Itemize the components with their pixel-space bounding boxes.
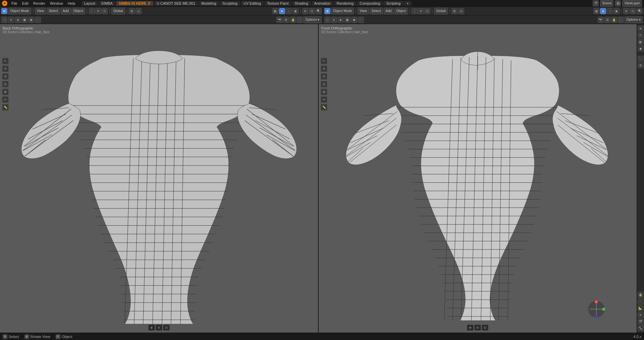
scale-tool-icon-right[interactable]: ⊡	[321, 81, 327, 88]
viewport-shading-material-right[interactable]: ○	[607, 8, 613, 14]
fit-btn-left[interactable]: ⊡	[163, 325, 170, 331]
nav-gizmo[interactable]: Z X	[586, 299, 606, 319]
proportional-icon-left[interactable]: ◎	[136, 8, 142, 14]
add-menu-right[interactable]: Add	[384, 8, 394, 14]
tab-compositing[interactable]: Compositing	[357, 1, 383, 6]
viewport-shading-wire-right[interactable]: ▦	[593, 8, 599, 14]
select-tool-icon-right[interactable]: ↖	[321, 58, 327, 64]
right-panel-icon-8[interactable]: ⋯	[638, 298, 644, 304]
zoom-btn-left[interactable]: ⊕	[148, 325, 155, 331]
wireframe-icon-left[interactable]: ▣	[21, 17, 28, 23]
extras-icon-right[interactable]: ⋯	[358, 17, 364, 23]
select-tool-icon[interactable]: ↖	[2, 58, 9, 64]
move-tool-icon-right[interactable]: ✛	[321, 65, 327, 72]
scale-tool-icon[interactable]: ⊡	[2, 81, 9, 88]
object-mode-left[interactable]: Object Mode	[8, 8, 31, 14]
transform-move-icon[interactable]: ↕	[89, 8, 95, 14]
transform-scale-icon[interactable]: ⊡	[102, 8, 108, 14]
left-viewport[interactable]: Back Orthographic (0) Scene Collection |…	[0, 24, 318, 333]
view-menu-right[interactable]: View	[358, 8, 369, 14]
xray-icon-right[interactable]: ⊡	[630, 8, 636, 14]
menu-render[interactable]: Render	[31, 1, 47, 6]
view-menu-left[interactable]: View	[35, 8, 46, 14]
right-panel-icon-4[interactable]: ◉	[638, 46, 644, 52]
lock-icon-right[interactable]: 🔒	[611, 17, 617, 23]
annotate-tool-icon[interactable]: ✏	[2, 96, 9, 103]
rotate-tool-icon-right[interactable]: ⟲	[321, 73, 327, 80]
filter-icon-right[interactable]: ⬛	[618, 17, 624, 23]
search-icon-right[interactable]: 🔍	[637, 8, 643, 14]
transform-move-icon-right[interactable]: ↕	[412, 8, 418, 14]
right-panel-icon-7[interactable]: 🔒	[638, 292, 644, 298]
tab-modeling[interactable]: Modeling	[199, 1, 219, 6]
extras-icon-left[interactable]: ⋯	[35, 17, 41, 23]
select-menu-left[interactable]: Select	[47, 8, 60, 14]
viewport-shading-solid-left[interactable]: ●	[279, 8, 285, 14]
proportional-icon-right[interactable]: ◎	[458, 8, 464, 14]
right-panel-icon-9[interactable]: 📐	[638, 305, 644, 311]
tab-add[interactable]: +	[404, 1, 411, 6]
tab-ucanot[interactable]: U CANOT SEE ME.001	[154, 1, 198, 6]
search-icon-left[interactable]: 🔍	[316, 8, 322, 14]
transform-orientation-left[interactable]: Global	[111, 8, 125, 14]
transform-rotate-icon-right[interactable]: ⟳	[418, 8, 424, 14]
rotate-tool-icon[interactable]: ⟲	[2, 73, 9, 80]
object-type-icon-left[interactable]: ●	[8, 17, 14, 23]
tab-uv-editing[interactable]: UV Editing	[241, 1, 264, 6]
right-panel-icon-12[interactable]: 🔧	[638, 325, 644, 331]
viewport-shading-render-left[interactable]: ◉	[292, 8, 299, 14]
tab-layout[interactable]: Layout	[82, 1, 98, 6]
tab-animation[interactable]: Animation	[312, 1, 333, 6]
transform-rotate-icon[interactable]: ⟳	[95, 8, 101, 14]
select-menu-right[interactable]: Select	[370, 8, 383, 14]
overlay-icon-left[interactable]: ⊚	[302, 8, 308, 14]
snap-icon-right[interactable]: ⊠	[451, 8, 458, 14]
right-panel-icon-11[interactable]: 🎬	[638, 319, 644, 325]
lock-icon-left[interactable]: 🔒	[290, 17, 296, 23]
object-mode-right[interactable]: Object Mode	[331, 8, 354, 14]
view-layer-selector[interactable]: ViewLayer	[622, 0, 642, 7]
editor-type-icon-right[interactable]: ⊞	[324, 8, 330, 14]
measure-tool-icon[interactable]: 📏	[2, 104, 9, 111]
right-panel-icon-5[interactable]: ⬛	[638, 56, 644, 62]
xray-icon-left[interactable]: ⊡	[309, 8, 315, 14]
transform-scale-icon-right[interactable]: ⊡	[424, 8, 430, 14]
tab-shading[interactable]: Shading	[292, 1, 311, 6]
camera-icon-right[interactable]: 📷	[598, 17, 604, 23]
tab-scripting[interactable]: Scripting	[383, 1, 403, 6]
menu-file[interactable]: File	[9, 1, 19, 6]
viewport-shading-material-left[interactable]: ○	[286, 8, 292, 14]
menu-edit[interactable]: Edit	[20, 1, 31, 6]
viewport-shading-wire-left[interactable]: ▦	[272, 8, 278, 14]
origin-icon-right[interactable]: ◈	[338, 17, 344, 23]
menu-help[interactable]: Help	[66, 1, 77, 6]
local-view-icon-right[interactable]: ◻	[324, 17, 330, 23]
render-region-icon-left[interactable]: ⊞	[283, 17, 289, 23]
move-tool-icon[interactable]: ✛	[2, 65, 9, 72]
blender-logo-icon[interactable]: ●	[2, 1, 7, 6]
tab-simba-here[interactable]: SIMBA IS HERE_F	[116, 1, 153, 6]
snap-icon-left[interactable]: ⊠	[129, 8, 135, 14]
annotate-tool-icon-right[interactable]: ✏	[321, 96, 327, 103]
zoom-out-btn-right[interactable]: ⊖	[474, 325, 481, 331]
camera-icon-left[interactable]: 📷	[276, 17, 282, 23]
tab-sculpting[interactable]: Sculpting	[220, 1, 240, 6]
right-panel-icon-2[interactable]: ⊡	[638, 32, 644, 38]
transform-tool-icon[interactable]: ⊞	[2, 89, 9, 95]
overlay-display-icon-right[interactable]: ◉	[351, 17, 357, 23]
scene-selector[interactable]: Scene	[600, 0, 613, 7]
viewport-shading-render-right[interactable]: ◉	[613, 8, 620, 14]
options-left[interactable]: Options ▾	[303, 16, 321, 23]
tab-simba[interactable]: SIMBA	[99, 1, 115, 6]
object-type-icon-right[interactable]: ●	[331, 17, 337, 23]
right-viewport[interactable]: Front Orthographic (0) Scene Collection …	[319, 24, 637, 333]
add-menu-left[interactable]: Add	[61, 8, 71, 14]
zoom-btn-right[interactable]: ⊕	[467, 325, 474, 331]
right-panel-icon-1[interactable]: ⊞	[638, 25, 644, 32]
menu-window[interactable]: Window	[48, 1, 65, 6]
object-menu-right[interactable]: Object	[394, 8, 408, 14]
right-panel-icon-10[interactable]: ⊚	[638, 312, 644, 318]
overlay-display-icon-left[interactable]: ◉	[28, 17, 34, 23]
measure-tool-icon-right[interactable]: 📏	[321, 104, 327, 111]
render-region-icon-right[interactable]: ⊞	[604, 17, 610, 23]
